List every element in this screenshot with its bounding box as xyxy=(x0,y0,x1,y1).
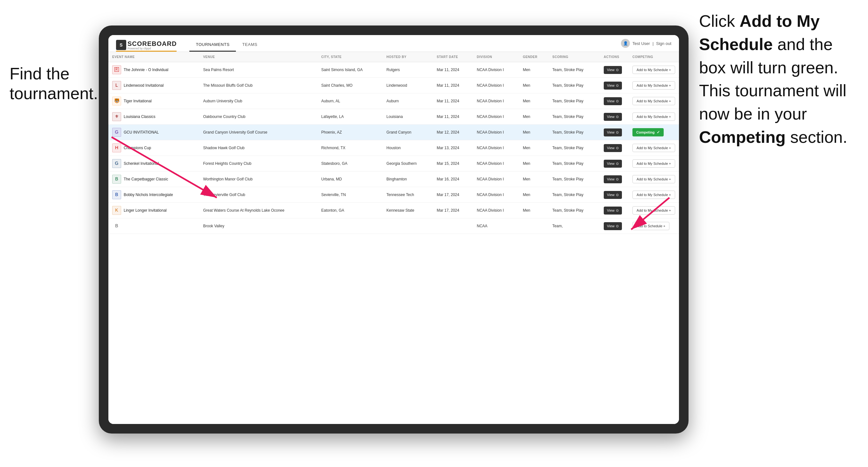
add-to-schedule-button[interactable]: Add to Schedule + xyxy=(632,222,670,230)
team-logo: ⚜ xyxy=(112,112,121,121)
team-logo: H xyxy=(112,144,121,152)
view-button[interactable]: View ⊙ xyxy=(604,207,622,215)
logo-area: S SCOREBOARD Powered by clippd xyxy=(116,40,177,52)
actions-cell: View ⊙ xyxy=(600,62,629,78)
view-icon: ⊙ xyxy=(616,162,619,166)
start-date-cell: Mar 17, 2024 xyxy=(433,203,473,218)
table-row: G GCU INVITATIONAL Grand Canyon Universi… xyxy=(108,125,679,140)
competing-cell: Add to My Schedule + xyxy=(629,109,679,125)
add-to-schedule-button[interactable]: Add to My Schedule + xyxy=(632,175,675,183)
actions-cell: View ⊙ xyxy=(600,140,629,156)
event-name-cell: G GCU INVITATIONAL xyxy=(108,125,199,140)
actions-cell: View ⊙ xyxy=(600,156,629,172)
city-cell xyxy=(317,218,383,234)
event-name-text: Lindenwood Invitational xyxy=(124,83,163,88)
event-name-text: Linger Longer Invitational xyxy=(124,208,167,213)
add-to-schedule-button[interactable]: Add to My Schedule + xyxy=(632,206,675,215)
division-cell: NCAA Division I xyxy=(473,78,519,93)
actions-cell: View ⊙ xyxy=(600,203,629,218)
actions-cell: View ⊙ xyxy=(600,125,629,140)
start-date-cell: Mar 17, 2024 xyxy=(433,187,473,203)
start-date-cell xyxy=(433,218,473,234)
hosted-by-cell: Georgia Southern xyxy=(382,156,433,172)
col-venue: VENUE xyxy=(199,52,317,62)
tab-tournaments[interactable]: TOURNAMENTS xyxy=(189,39,236,52)
gender-cell: Men xyxy=(519,172,549,187)
event-name-text: The Johnnie - O Individual xyxy=(124,67,168,73)
table-row: L Lindenwood Invitational The Missouri B… xyxy=(108,78,679,93)
col-event-name: EVENT NAME xyxy=(108,52,199,62)
city-cell: Auburn, AL xyxy=(317,93,383,109)
view-icon: ⊙ xyxy=(616,68,619,72)
tournaments-table: EVENT NAME VENUE CITY, STATE HOSTED BY S… xyxy=(108,52,679,234)
scoring-cell: Team, Stroke Play xyxy=(549,93,600,109)
header-left: S SCOREBOARD Powered by clippd TOURNAMEN… xyxy=(116,39,264,52)
city-cell: Saint Charles, MO xyxy=(317,78,383,93)
actions-cell: View ⊙ xyxy=(600,109,629,125)
add-to-schedule-button[interactable]: Add to My Schedule + xyxy=(632,81,675,90)
hosted-by-cell: Louisiana xyxy=(382,109,433,125)
competing-button[interactable]: Competing ✓ xyxy=(632,128,663,136)
city-cell: Richmond, TX xyxy=(317,140,383,156)
col-hosted-by: HOSTED BY xyxy=(382,52,433,62)
hosted-by-cell: Tennessee Tech xyxy=(382,187,433,203)
table-header-row: EVENT NAME VENUE CITY, STATE HOSTED BY S… xyxy=(108,52,679,62)
col-city-state: CITY, STATE xyxy=(317,52,383,62)
gender-cell: Men xyxy=(519,187,549,203)
add-to-schedule-button[interactable]: Add to My Schedule + xyxy=(632,113,675,121)
team-logo: 🐯 xyxy=(112,97,121,105)
view-icon: ⊙ xyxy=(616,177,619,181)
venue-cell: Shadow Hawk Golf Club xyxy=(199,140,317,156)
scoring-cell: Team, xyxy=(549,218,600,234)
add-to-schedule-button[interactable]: Add to My Schedule + xyxy=(632,144,675,152)
scoring-cell: Team, Stroke Play xyxy=(549,156,600,172)
venue-cell: Forest Heights Country Club xyxy=(199,156,317,172)
app-header: S SCOREBOARD Powered by clippd TOURNAMEN… xyxy=(108,35,679,52)
event-name-cell: L Lindenwood Invitational xyxy=(108,78,199,93)
col-gender: GENDER xyxy=(519,52,549,62)
view-button[interactable]: View ⊙ xyxy=(604,144,622,152)
add-to-schedule-button[interactable]: Add to My Schedule + xyxy=(632,97,675,105)
table-row: 🐯 Tiger Invitational Auburn University C… xyxy=(108,93,679,109)
view-button[interactable]: View ⊙ xyxy=(604,160,622,168)
view-button[interactable]: View ⊙ xyxy=(604,82,622,90)
actions-cell: View ⊙ xyxy=(600,93,629,109)
table-row: B Brook ValleyNCAATeam,View ⊙Add to Sche… xyxy=(108,218,679,234)
competing-cell: Add to My Schedule + xyxy=(629,172,679,187)
add-to-schedule-button[interactable]: Add to My Schedule + xyxy=(632,159,675,168)
tab-teams[interactable]: TEAMS xyxy=(236,39,264,52)
view-button[interactable]: View ⊙ xyxy=(604,191,622,199)
view-button[interactable]: View ⊙ xyxy=(604,128,622,136)
hosted-by-cell: Binghamton xyxy=(382,172,433,187)
view-icon: ⊙ xyxy=(616,84,619,88)
event-name-text: Tiger Invitational xyxy=(124,98,152,104)
add-to-schedule-button[interactable]: Add to My Schedule + xyxy=(632,66,675,74)
city-cell: Phoenix, AZ xyxy=(317,125,383,140)
gender-cell: Men xyxy=(519,156,549,172)
add-to-schedule-button[interactable]: Add to My Schedule + xyxy=(632,191,675,199)
venue-cell: Brook Valley xyxy=(199,218,317,234)
city-cell: Saint Simons Island, GA xyxy=(317,62,383,78)
logo-bar xyxy=(116,51,177,52)
scoring-cell: Team, Stroke Play xyxy=(549,62,600,78)
scoring-cell: Team, Stroke Play xyxy=(549,172,600,187)
view-button[interactable]: View ⊙ xyxy=(604,97,622,105)
view-button[interactable]: View ⊙ xyxy=(604,113,622,121)
table-row: K Linger Longer Invitational Great Water… xyxy=(108,203,679,218)
city-cell: Statesboro, GA xyxy=(317,156,383,172)
view-icon: ⊙ xyxy=(616,99,619,103)
division-cell: NCAA Division I xyxy=(473,187,519,203)
gender-cell: Men xyxy=(519,140,549,156)
venue-cell: Sea Palms Resort xyxy=(199,62,317,78)
view-button[interactable]: View ⊙ xyxy=(604,66,622,74)
start-date-cell: Mar 15, 2024 xyxy=(433,156,473,172)
separator: | xyxy=(652,41,653,46)
view-button[interactable]: View ⊙ xyxy=(604,175,622,183)
view-button[interactable]: View ⊙ xyxy=(604,222,622,230)
table-row: B The Carpetbagger Classic Worthington M… xyxy=(108,172,679,187)
logo-text: SCOREBOARD xyxy=(127,40,177,48)
event-name-cell: ⚜ Louisiana Classics xyxy=(108,109,199,125)
view-icon: ⊙ xyxy=(616,224,619,228)
scoring-cell: Team, Stroke Play xyxy=(549,109,600,125)
sign-out-link[interactable]: Sign out xyxy=(656,41,671,46)
